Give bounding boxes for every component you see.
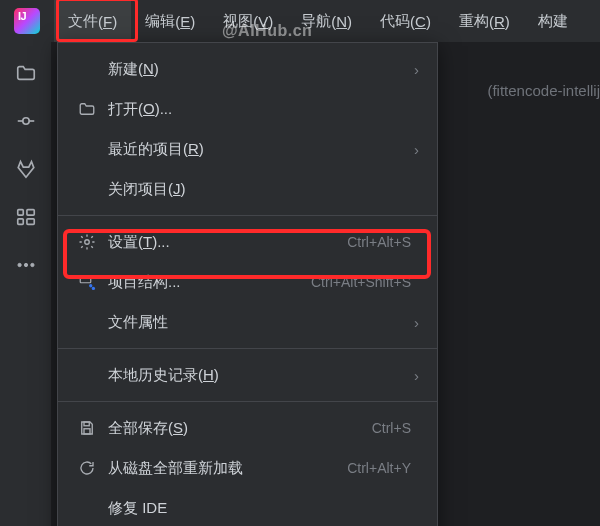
menu-refactor[interactable]: 重构(R) [445, 0, 524, 42]
folder-icon [76, 99, 98, 119]
menu-build[interactable]: 构建 [524, 0, 582, 42]
watermark-text: @AIHub.cn [222, 22, 312, 40]
menu-item-close-project[interactable]: 关闭项目(J) [58, 169, 437, 209]
svg-point-12 [92, 287, 95, 290]
svg-rect-4 [17, 219, 23, 225]
save-icon [76, 418, 98, 438]
menu-code[interactable]: 代码(C) [366, 0, 445, 42]
menu-item-repair-ide[interactable]: 修复 IDE [58, 488, 437, 526]
gitlab-icon[interactable] [15, 158, 37, 184]
shortcut-text: Ctrl+S [372, 420, 411, 436]
svg-rect-14 [84, 429, 90, 434]
svg-point-9 [30, 263, 33, 266]
svg-point-10 [85, 240, 90, 245]
svg-rect-6 [26, 219, 33, 225]
menu-separator [58, 215, 437, 216]
editor-hint-text: (fittencode-intellij [487, 82, 600, 99]
gear-icon [76, 232, 98, 252]
svg-point-0 [22, 118, 28, 124]
svg-rect-5 [26, 210, 33, 216]
project-icon[interactable] [15, 62, 37, 88]
ide-logo: IJ [14, 8, 40, 34]
chevron-right-icon: › [414, 61, 419, 78]
menu-item-save-all[interactable]: 全部保存(S) Ctrl+S [58, 408, 437, 448]
chevron-right-icon: › [414, 314, 419, 331]
svg-point-11 [89, 284, 92, 287]
menu-item-local-history[interactable]: 本地历史记录(H) › [58, 355, 437, 395]
svg-point-8 [24, 263, 27, 266]
more-icon[interactable] [15, 254, 37, 280]
structure-icon[interactable] [15, 206, 37, 232]
shortcut-text: Ctrl+Alt+S [347, 234, 411, 250]
toolwindow-sidebar [0, 42, 52, 526]
svg-point-7 [17, 263, 20, 266]
shortcut-text: Ctrl+Alt+Shift+S [311, 274, 411, 290]
reload-icon [76, 458, 98, 478]
menu-item-settings[interactable]: 设置(T)... Ctrl+Alt+S [58, 222, 437, 262]
menu-file[interactable]: 文件(F) [54, 0, 131, 42]
menu-file-label: 文件 [68, 12, 98, 31]
menu-item-project-structure[interactable]: 项目结构... Ctrl+Alt+Shift+S [58, 262, 437, 302]
menu-item-open[interactable]: 打开(O)... [58, 89, 437, 129]
shortcut-text: Ctrl+Alt+Y [347, 460, 411, 476]
svg-rect-13 [84, 422, 89, 426]
commit-icon[interactable] [15, 110, 37, 136]
svg-rect-3 [17, 210, 23, 216]
menu-item-reload-from-disk[interactable]: 从磁盘全部重新加载 Ctrl+Alt+Y [58, 448, 437, 488]
menu-item-recent[interactable]: 最近的项目(R) › [58, 129, 437, 169]
menu-separator [58, 401, 437, 402]
chevron-right-icon: › [414, 367, 419, 384]
file-menu-dropdown: 新建(N) › 打开(O)... 最近的项目(R) › 关闭项目(J) 设置(T… [57, 42, 438, 526]
chevron-right-icon: › [414, 141, 419, 158]
menu-separator [58, 348, 437, 349]
menu-item-new[interactable]: 新建(N) › [58, 49, 437, 89]
menu-edit[interactable]: 编辑(E) [131, 0, 209, 42]
tree-folder-icon [76, 272, 98, 292]
menu-item-file-properties[interactable]: 文件属性 › [58, 302, 437, 342]
